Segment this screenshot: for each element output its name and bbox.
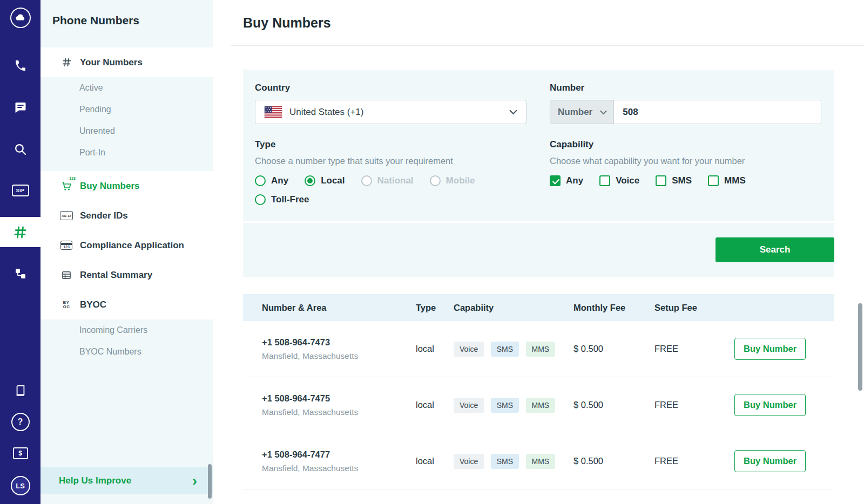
number-mode-select[interactable]: Number [550, 100, 614, 124]
capability-cell: Voice SMS MMS [454, 398, 573, 413]
avatar-initials: LS [11, 476, 30, 495]
phone-numbers-icon[interactable] [0, 217, 40, 247]
results-table: Number & Area Type Capabiity Monthly Fee… [243, 294, 834, 489]
sender-id-icon: AB·12 [60, 211, 73, 220]
checkbox-icon [708, 175, 719, 186]
sidebar-item-label: Pending [79, 105, 111, 114]
number-label: Number [550, 83, 821, 93]
sidebar-item-compliance-application[interactable]: 123 Compliance Application [40, 230, 213, 260]
help-icon[interactable]: ? [0, 411, 40, 433]
page-header: Buy Numbers [213, 0, 864, 46]
sidebar-item-label: Compliance Application [80, 240, 184, 251]
messaging-icon[interactable] [0, 92, 40, 122]
type-label: Type [255, 139, 526, 150]
sidebar-item-label: Your Numbers [80, 57, 143, 68]
country-label: Country [255, 83, 526, 93]
capability-label: Capability [550, 139, 821, 150]
table-header-row: Number & Area Type Capabiity Monthly Fee… [243, 294, 834, 321]
capability-cell: Voice SMS MMS [454, 342, 573, 357]
sidebar-item-byoc[interactable]: BYOC BYOC [40, 290, 213, 319]
main-scrollbar[interactable] [858, 303, 862, 391]
sidebar-item-pending[interactable]: Pending [40, 99, 213, 120]
number-input[interactable] [614, 100, 821, 124]
buy-number-button[interactable]: Buy Number [734, 450, 806, 472]
page-title: Buy Numbers [213, 0, 864, 31]
sip-label: SIP [16, 188, 24, 193]
rail-bottom-group: ? $ LS [0, 380, 40, 498]
capability-options: Any Voice SMS MMS [550, 175, 821, 186]
help-us-improve-button[interactable]: Help Us Improve › [40, 467, 213, 494]
cloud-logo-icon [10, 8, 31, 28]
sidebar-item-label: Sender IDs [80, 210, 128, 221]
number-area-cell: +1 508-964-7477 Mansfield, Massachusetts [262, 449, 416, 473]
option-label: National [377, 175, 414, 186]
sip-trunking-icon[interactable]: SIP [0, 175, 40, 206]
type-cell: local [416, 400, 454, 410]
sidebar-item-label: Incoming Carriers [79, 325, 147, 335]
sidebar-item-buy-numbers[interactable]: 123 Buy Numbers [40, 171, 213, 201]
flow-icon[interactable] [0, 258, 40, 289]
sidebar-item-unrented[interactable]: Unrented [40, 120, 213, 142]
help-us-improve-label: Help Us Improve [59, 475, 131, 486]
col-setup-fee: Setup Fee [654, 303, 734, 313]
sidebar-item-active[interactable]: Active [40, 77, 213, 99]
sidebar-item-label: BYOC [80, 299, 106, 310]
number-area-cell: +1 508-964-7473 Mansfield, Massachusetts [262, 337, 416, 361]
type-option-mobile: Mobile [430, 175, 475, 186]
setup-fee-cell: FREE [654, 456, 734, 466]
type-option-local[interactable]: Local [305, 175, 345, 186]
option-label: Local [321, 175, 345, 186]
table-row: +1 508-964-7475 Mansfield, Massachusetts… [243, 377, 834, 433]
billing-icon[interactable]: $ [0, 442, 40, 464]
lookup-icon[interactable] [0, 134, 40, 164]
sidebar-title: Phone Numbers [40, 0, 213, 27]
chevron-right-icon: › [192, 474, 197, 488]
plivo-logo-icon[interactable] [0, 3, 40, 33]
type-cell: local [416, 456, 454, 466]
capability-badge-sms: SMS [491, 454, 519, 469]
chevron-down-icon [600, 107, 607, 118]
sidebar-item-your-numbers[interactable]: Your Numbers [40, 47, 213, 77]
number-mode-value: Number [558, 107, 592, 118]
capability-option-voice[interactable]: Voice [599, 175, 639, 186]
sidebar-item-rental-summary[interactable]: Rental Summary [40, 260, 213, 290]
capability-option-mms[interactable]: MMS [708, 175, 746, 186]
docs-icon[interactable] [0, 380, 40, 401]
sidebar-item-byoc-numbers[interactable]: BYOC Numbers [40, 341, 213, 363]
country-select[interactable]: United States (+1) [255, 100, 526, 124]
col-number-area: Number & Area [262, 303, 416, 313]
checkbox-icon [656, 175, 666, 186]
monthly-fee-cell: $ 0.500 [573, 456, 654, 466]
buy-number-button[interactable]: Buy Number [734, 338, 806, 360]
account-avatar[interactable]: LS [0, 474, 40, 498]
phone-area: Mansfield, Massachusetts [262, 407, 416, 417]
capability-badge-mms: MMS [526, 342, 556, 357]
product-rail: SIP ? $ LS [0, 0, 40, 504]
buy-numbers-content: Country United St [243, 70, 834, 489]
type-option-any[interactable]: Any [255, 175, 288, 186]
chevron-down-icon [509, 110, 517, 115]
col-type: Type [416, 303, 454, 313]
compliance-glyph: 123 [63, 245, 70, 249]
search-button[interactable]: Search [716, 237, 834, 262]
sidebar-item-port-in[interactable]: Port-In [40, 142, 213, 164]
capability-option-sms[interactable]: SMS [656, 175, 692, 186]
radio-icon [255, 194, 266, 205]
buy-number-button[interactable]: Buy Number [734, 394, 806, 416]
col-capability: Capabiity [454, 303, 573, 313]
sidebar-item-incoming-carriers[interactable]: Incoming Carriers [40, 319, 213, 341]
sidebar-item-sender-ids[interactable]: AB·12 Sender IDs [40, 201, 213, 230]
checkbox-checked-icon [550, 175, 561, 186]
sidebar-item-label: Unrented [79, 126, 115, 136]
capability-cell: Voice SMS MMS [454, 454, 573, 469]
type-option-toll-free[interactable]: Toll-Free [255, 194, 309, 205]
voice-calls-icon[interactable] [0, 51, 40, 81]
sidebar-menu: Your Numbers Active Pending Unrented Por… [40, 47, 213, 363]
capability-badge-sms: SMS [491, 398, 519, 413]
app-window: SIP ? $ LS Phone Numbers [0, 0, 864, 504]
capability-option-any[interactable]: Any [550, 175, 583, 186]
sidebar-scrollbar[interactable] [208, 464, 212, 499]
capability-badge-voice: Voice [454, 342, 484, 357]
col-monthly-fee: Monthly Fee [573, 303, 654, 313]
cart-icon: 123 [60, 180, 73, 192]
